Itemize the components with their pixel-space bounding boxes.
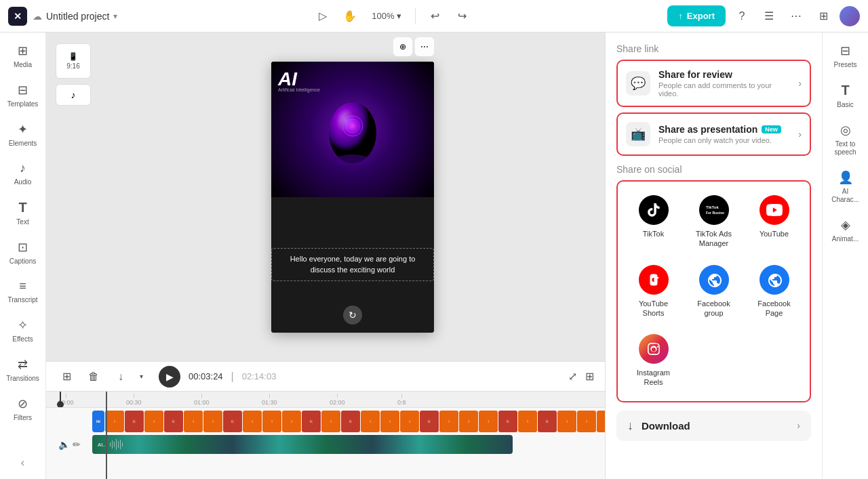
tiktok-ads-logo: TikTok For Business bbox=[699, 195, 729, 225]
aspect-ratio-916-button[interactable]: 📱 9:16 bbox=[56, 43, 91, 79]
video-clip[interactable]: Ε bbox=[538, 411, 557, 432]
audio-clip[interactable]: AI... bbox=[92, 435, 513, 454]
video-clip[interactable]: Ι bbox=[577, 411, 596, 432]
far-sidebar-item-tts[interactable]: ◎ Text to speech bbox=[826, 117, 865, 162]
presets-label: Presets bbox=[834, 61, 857, 69]
zoom-control[interactable]: 100% ▾ bbox=[366, 8, 407, 24]
video-clip[interactable]: I bbox=[439, 411, 458, 432]
tiktok-format-button[interactable]: ♪ bbox=[56, 84, 91, 106]
far-sidebar-item-ai-character[interactable]: 👤 AI Charac... bbox=[826, 165, 865, 209]
social-tiktok-ads[interactable]: TikTok For Business TikTok Ads Manager bbox=[686, 190, 741, 254]
share-for-review-card[interactable]: 💬 Share for review People can add commen… bbox=[616, 60, 811, 107]
export-button[interactable]: ↑ Export bbox=[667, 5, 726, 26]
project-selector[interactable]: ☁ Untitled project ▾ bbox=[33, 11, 117, 22]
split-view-button[interactable]: ⊞ bbox=[812, 5, 834, 27]
share-link-title: Share link bbox=[616, 43, 811, 54]
sidebar-item-elements[interactable]: ✦ Elements bbox=[3, 117, 43, 153]
video-clip[interactable]: I bbox=[361, 411, 380, 432]
video-clip[interactable]: Ε bbox=[164, 411, 183, 432]
download-icon: ↓ bbox=[627, 419, 633, 433]
far-sidebar-item-animate[interactable]: ◈ Animat... bbox=[826, 212, 865, 249]
delete-button[interactable]: 🗑 bbox=[84, 367, 103, 386]
social-facebook-page[interactable]: Facebook Page bbox=[747, 259, 802, 324]
sidebar-item-effects[interactable]: ✧ Effects bbox=[3, 312, 43, 349]
video-clip[interactable]: I bbox=[144, 411, 163, 432]
sidebar-item-filters[interactable]: ⊘ Filters bbox=[3, 391, 43, 428]
video-clip[interactable]: I bbox=[321, 411, 340, 432]
sidebar-item-captions[interactable]: ⊡ Captions bbox=[3, 234, 43, 271]
user-avatar[interactable] bbox=[840, 6, 860, 26]
main-content: ⊞ Media ⊟ Templates ✦ Elements ♪ Audio T… bbox=[0, 33, 868, 479]
video-clip[interactable]: I bbox=[184, 411, 203, 432]
audio-waveform bbox=[110, 439, 123, 450]
social-youtube[interactable]: YouTube bbox=[747, 190, 802, 254]
play-button[interactable]: ▶ bbox=[159, 366, 180, 388]
sidebar-item-captions-label: Captions bbox=[9, 257, 36, 266]
sidebar-item-templates[interactable]: ⊟ Templates bbox=[3, 77, 43, 114]
video-clip[interactable]: I bbox=[518, 411, 537, 432]
social-facebook-group[interactable]: Facebook group bbox=[686, 259, 741, 324]
tiktok-ads-label: TikTok Ads Manager bbox=[689, 229, 738, 249]
sidebar-item-transcript[interactable]: ≡ Transcript bbox=[3, 274, 43, 310]
video-clip[interactable]: I bbox=[105, 411, 124, 432]
video-clip[interactable]: Ι bbox=[459, 411, 478, 432]
download-row[interactable]: ↓ Download › bbox=[616, 411, 811, 441]
expand-button[interactable]: ⊞ bbox=[585, 370, 594, 383]
audio-mute-button[interactable]: 🔈 bbox=[58, 439, 70, 450]
help-button[interactable]: ? bbox=[731, 5, 753, 27]
video-clip[interactable]: Ι bbox=[203, 411, 222, 432]
canvas-text-overlay[interactable]: Hello everyone, today we are going to di… bbox=[271, 248, 434, 281]
timeline-ruler: 00:00 00:30 01:00 01:30 02:00 bbox=[46, 392, 605, 408]
video-clip[interactable]: Ε bbox=[341, 411, 360, 432]
sidebar-collapse-button[interactable]: ‹ bbox=[12, 452, 34, 474]
video-clip[interactable]: Ι bbox=[380, 411, 399, 432]
timeline: 00:00 00:30 01:00 01:30 02:00 bbox=[46, 391, 605, 479]
sidebar-item-audio[interactable]: ♪ Audio bbox=[3, 156, 43, 192]
far-sidebar-item-presets[interactable]: ⊟ Presets bbox=[826, 38, 865, 75]
sidebar-item-media[interactable]: ⊞ Media bbox=[3, 38, 43, 75]
video-clip[interactable]: I bbox=[597, 411, 605, 432]
video-clip[interactable]: I bbox=[479, 411, 498, 432]
editor-area: 📱 9:16 ♪ ⊕ ⋯ bbox=[46, 33, 605, 479]
video-clip[interactable]: I bbox=[400, 411, 419, 432]
video-clip[interactable]: Ε bbox=[223, 411, 242, 432]
topbar-center-controls: ▷ ✋ 100% ▾ ↩ ↪ bbox=[312, 5, 473, 27]
social-instagram[interactable]: Instagram Reels bbox=[626, 329, 681, 393]
undo-button[interactable]: ↩ bbox=[424, 5, 446, 27]
ruler-mark-5: 0:8 bbox=[397, 394, 406, 406]
ai-subtitle-label: Artificial Intelligence bbox=[278, 87, 320, 92]
sidebar-item-transitions[interactable]: ⇄ Transitions bbox=[3, 352, 43, 388]
canvas-more-button[interactable]: ⋯ bbox=[415, 37, 434, 56]
share-as-presentation-card[interactable]: 📺 Share as presentation New People can o… bbox=[616, 112, 811, 156]
video-clip[interactable]: I bbox=[243, 411, 262, 432]
social-youtube-shorts[interactable]: YouTube Shorts bbox=[626, 259, 681, 324]
tiktok-label: TikTok bbox=[643, 229, 664, 238]
redo-button[interactable]: ↪ bbox=[451, 5, 473, 27]
ruler-mark-0: 00:00 bbox=[58, 394, 74, 406]
fullscreen-button[interactable]: ⤢ bbox=[568, 370, 577, 383]
canvas-copy-button[interactable]: ⊕ bbox=[393, 37, 412, 56]
far-sidebar-item-basic[interactable]: T Basic bbox=[826, 77, 865, 114]
download-button[interactable]: ↓ bbox=[111, 367, 130, 386]
align-button[interactable]: ⊞ bbox=[57, 367, 76, 386]
audio-edit-button[interactable]: ✏ bbox=[73, 439, 81, 450]
video-clip[interactable]: Ε bbox=[125, 411, 144, 432]
more-button[interactable]: ⋯ bbox=[785, 5, 807, 27]
video-clip[interactable]: Ε bbox=[302, 411, 321, 432]
video-clip[interactable]: I bbox=[282, 411, 301, 432]
video-clip[interactable]: Ι bbox=[262, 411, 281, 432]
media-icon: ⊞ bbox=[18, 43, 28, 58]
sidebar-item-text[interactable]: T Text bbox=[3, 194, 43, 232]
canvas-refresh-button[interactable]: ↻ bbox=[343, 306, 362, 325]
social-tiktok[interactable]: TikTok bbox=[626, 190, 681, 254]
video-clip-selected[interactable]: Hi bbox=[92, 411, 104, 432]
download-arrow-button[interactable]: ▾ bbox=[132, 367, 151, 386]
hand-tool-button[interactable]: ✋ bbox=[339, 5, 361, 27]
video-clip[interactable]: Ε bbox=[498, 411, 517, 432]
video-clip[interactable]: I bbox=[557, 411, 576, 432]
pointer-tool-button[interactable]: ▷ bbox=[312, 5, 334, 27]
video-clip[interactable]: Ε bbox=[420, 411, 439, 432]
text-icon: T bbox=[18, 200, 26, 215]
settings-button[interactable]: ☰ bbox=[758, 5, 780, 27]
share-link-section: Share link 💬 Share for review People can… bbox=[616, 43, 811, 156]
